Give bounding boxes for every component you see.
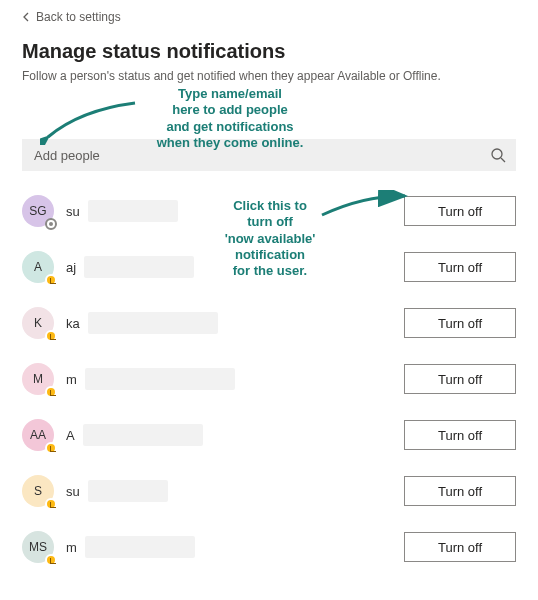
back-label: Back to settings bbox=[36, 10, 121, 24]
turn-off-button[interactable]: Turn off bbox=[404, 476, 516, 506]
back-to-settings-link[interactable]: Back to settings bbox=[22, 10, 121, 24]
page-title: Manage status notifications bbox=[22, 40, 516, 63]
person-row: SGsuTurn off bbox=[22, 195, 516, 227]
person-name-fragment: A bbox=[66, 428, 75, 443]
presence-away-icon bbox=[45, 442, 57, 454]
presence-away-icon bbox=[45, 274, 57, 286]
presence-away-icon bbox=[45, 498, 57, 510]
avatar[interactable]: MS bbox=[22, 531, 54, 563]
add-people-input[interactable] bbox=[32, 147, 490, 164]
person-name-fragment: su bbox=[66, 484, 80, 499]
search-icon bbox=[490, 147, 506, 163]
presence-away-icon bbox=[45, 330, 57, 342]
redacted-name bbox=[84, 256, 194, 278]
svg-line-1 bbox=[501, 158, 505, 162]
presence-away-icon bbox=[45, 554, 57, 566]
person-row: AajTurn off bbox=[22, 251, 516, 283]
person-name-fragment: ka bbox=[66, 316, 80, 331]
person-row: MSmTurn off bbox=[22, 531, 516, 563]
avatar[interactable]: SG bbox=[22, 195, 54, 227]
avatar[interactable]: S bbox=[22, 475, 54, 507]
person-row: AAATurn off bbox=[22, 419, 516, 451]
person-row: SsuTurn off bbox=[22, 475, 516, 507]
avatar[interactable]: M bbox=[22, 363, 54, 395]
person-name: A bbox=[66, 424, 392, 446]
avatar[interactable]: AA bbox=[22, 419, 54, 451]
turn-off-button[interactable]: Turn off bbox=[404, 532, 516, 562]
person-row: KkaTurn off bbox=[22, 307, 516, 339]
redacted-name bbox=[85, 536, 195, 558]
turn-off-button[interactable]: Turn off bbox=[404, 364, 516, 394]
page-subtitle: Follow a person's status and get notifie… bbox=[22, 69, 516, 83]
person-name: m bbox=[66, 536, 392, 558]
person-name-fragment: aj bbox=[66, 260, 76, 275]
turn-off-button[interactable]: Turn off bbox=[404, 196, 516, 226]
person-name-fragment: m bbox=[66, 372, 77, 387]
svg-point-0 bbox=[492, 149, 502, 159]
chevron-left-icon bbox=[22, 12, 30, 22]
redacted-name bbox=[88, 480, 168, 502]
person-name: su bbox=[66, 200, 392, 222]
people-list: SGsuTurn offAajTurn offKkaTurn offMmTurn… bbox=[22, 195, 516, 563]
avatar[interactable]: K bbox=[22, 307, 54, 339]
redacted-name bbox=[88, 312, 218, 334]
redacted-name bbox=[83, 424, 203, 446]
person-name: aj bbox=[66, 256, 392, 278]
redacted-name bbox=[85, 368, 235, 390]
person-row: MmTurn off bbox=[22, 363, 516, 395]
person-name: su bbox=[66, 480, 392, 502]
arrow-to-search bbox=[40, 95, 140, 145]
turn-off-button[interactable]: Turn off bbox=[404, 308, 516, 338]
person-name-fragment: m bbox=[66, 540, 77, 555]
redacted-name bbox=[88, 200, 178, 222]
turn-off-button[interactable]: Turn off bbox=[404, 252, 516, 282]
person-name: m bbox=[66, 368, 392, 390]
turn-off-button[interactable]: Turn off bbox=[404, 420, 516, 450]
presence-offline-icon bbox=[45, 218, 57, 230]
person-name: ka bbox=[66, 312, 392, 334]
presence-away-icon bbox=[45, 386, 57, 398]
avatar[interactable]: A bbox=[22, 251, 54, 283]
add-people-search[interactable] bbox=[22, 139, 516, 171]
person-name-fragment: su bbox=[66, 204, 80, 219]
